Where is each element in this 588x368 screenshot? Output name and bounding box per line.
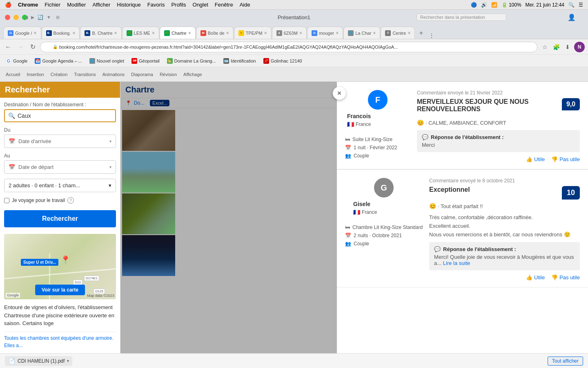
tab-favicon-chartreuse-active: 🌿 — [164, 30, 170, 36]
road-label-d174e1: D174E1 — [84, 276, 99, 281]
toolbar-transitions[interactable]: Transitions — [71, 71, 98, 78]
bookmark-identification[interactable]: 🪪 Identification — [221, 57, 258, 65]
response-text-francois: Merci — [422, 142, 575, 148]
tab-favicon-lesme: 🌿 — [127, 30, 132, 36]
tab-centre[interactable]: © Centre × — [381, 27, 415, 39]
tab-close-lesme[interactable]: × — [152, 30, 155, 36]
favoris-menu[interactable]: Favoris — [147, 2, 165, 8]
toolbar-revision[interactable]: Révision — [157, 71, 179, 78]
hotel-photo-1[interactable] — [122, 110, 175, 151]
review-score-francois: 9,0 — [562, 98, 580, 110]
tab-close-booking1[interactable]: × — [72, 30, 75, 36]
fenetre-menu[interactable]: Fenêtre — [215, 2, 233, 8]
tab-close-gmail[interactable]: × — [226, 30, 229, 36]
bookmark-golinhac[interactable]: 📌 Golinhac 12140 — [261, 57, 305, 65]
tab-lesme[interactable]: 🌿 LES ME × — [122, 27, 159, 39]
guests-selector[interactable]: 2 adultes · 0 enfant · 1 cham... ▾ — [4, 179, 116, 192]
toolbar-creation[interactable]: Création — [48, 71, 70, 78]
calendar-icon: 📅 — [9, 138, 15, 144]
reload-button[interactable]: ↻ — [28, 42, 38, 52]
back-button[interactable]: ← — [3, 42, 13, 52]
departure-date-picker[interactable]: 📅 Date de départ ▾ — [4, 160, 116, 174]
tab-close-chartreuse1[interactable]: × — [114, 30, 117, 36]
search-button[interactable]: Rechercher — [4, 210, 116, 227]
titlebar-search-input[interactable]: Rechercher dans la présentation — [420, 15, 485, 20]
modifier-menu[interactable]: Modifier — [67, 2, 86, 8]
minimize-window-button[interactable] — [13, 15, 19, 20]
security-lock-icon: 🔒 — [53, 45, 58, 49]
destination-input[interactable] — [18, 112, 112, 119]
download-filename: CDI HAMELIN (1).pdf — [18, 358, 65, 364]
reviewer-details-francois: 🛏 Suite Lit King-Size 📅 1 nuit · Février… — [345, 134, 410, 159]
tab-close-6z63[interactable]: × — [299, 30, 302, 36]
tab-overflow-button[interactable]: ⋮ — [429, 32, 434, 39]
bookmark-geoportail[interactable]: 🗺 Géoportail — [129, 57, 162, 65]
download-item[interactable]: 📄 CDI HAMELIN (1).pdf ▾ — [5, 356, 72, 366]
search-input-container: 🔍 — [4, 109, 116, 122]
tab-favicon-lachar: 🌐 — [348, 30, 354, 36]
tab-chartreuse-active[interactable]: 🌿 Chartre × — [160, 27, 196, 39]
bookmark-agenda[interactable]: 📅 Google Agenda – ... — [32, 57, 84, 65]
arrival-date-picker[interactable]: 📅 Date d'arrivée ▾ — [4, 135, 116, 148]
bookmark-domaine[interactable]: 🏡 Domaine La Grang... — [165, 57, 218, 65]
toolbar-accueil[interactable]: Accueil — [3, 71, 22, 78]
historique-menu[interactable]: Historique — [117, 2, 141, 8]
close-popup-button[interactable]: × — [333, 87, 346, 100]
content-area: Rechercher Destination / Nom de l'établi… — [0, 82, 588, 368]
reviewer-dates-gisele: 📅 2 nuits · Octobre 2021 — [345, 233, 423, 238]
tab-close-chartreuse-active[interactable]: × — [188, 30, 191, 36]
work-travel-help-button[interactable]: ? — [67, 197, 74, 204]
bookmark-google[interactable]: G Google — [3, 57, 30, 65]
tab-gmail[interactable]: M Boîte de × — [196, 27, 234, 39]
tab-close-lachar[interactable]: × — [373, 30, 376, 36]
tab-google[interactable]: G Google / × — [3, 27, 41, 39]
bookmark-star-icon[interactable]: ☆ — [540, 42, 550, 52]
review-main-gisele: Commentaire envoyé le 8 octobre 2021 Exc… — [429, 178, 580, 280]
helpful-yes-button-francois[interactable]: 👍 Utile — [526, 156, 545, 162]
toolbar-affichage[interactable]: Affichage — [181, 71, 205, 78]
hotel-photo-2[interactable] — [122, 152, 175, 193]
tab-close-google[interactable]: × — [34, 30, 37, 36]
tab-mougeres[interactable]: G mouger × — [307, 27, 343, 39]
helpful-no-button-gisele[interactable]: 👎 Pas utile — [551, 274, 580, 280]
see-on-map-button[interactable]: Voir sur la carte — [35, 285, 85, 295]
tab-tpe[interactable]: ! TPE/PM × — [234, 27, 272, 39]
tab-close-mougeres[interactable]: × — [336, 30, 339, 36]
close-window-button[interactable] — [5, 15, 10, 20]
bookmark-new-tab[interactable]: 🌐 Nouvel onglet — [87, 57, 127, 65]
tab-booking1[interactable]: B. Booking. × — [42, 27, 80, 39]
profils-menu[interactable]: Profils — [171, 2, 186, 8]
forward-button[interactable]: → — [16, 42, 25, 52]
address-input[interactable]: 🔒 booking.com/hotel/fr/chartreuse-de-mou… — [40, 42, 537, 52]
guests-chevron-icon: ▾ — [109, 182, 111, 188]
tab-close-tpe[interactable]: × — [264, 30, 267, 36]
helpful-no-button-francois[interactable]: 👎 Pas utile — [551, 156, 580, 162]
onglet-menu[interactable]: Onglet — [193, 2, 208, 8]
tab-6z63[interactable]: ● 6Z63M × — [272, 27, 307, 39]
fichier-menu[interactable]: Fichier — [45, 2, 60, 8]
hotel-photo-4[interactable] — [122, 235, 175, 276]
profile-button[interactable]: N — [574, 42, 585, 52]
show-all-button[interactable]: Tout afficher — [548, 357, 583, 366]
work-travel-checkbox[interactable] — [4, 198, 9, 203]
download-icon[interactable]: ⬇ — [563, 42, 572, 52]
read-more-link-gisele[interactable]: Lire la suite — [443, 260, 470, 266]
toolbar-diaporama[interactable]: Diaporama — [129, 71, 156, 78]
tab-chartreuse1[interactable]: B. B. Chartre × — [80, 27, 121, 39]
afficher-menu[interactable]: Afficher — [92, 2, 110, 8]
helpful-yes-button-gisele[interactable]: 👍 Utile — [526, 274, 545, 280]
tab-close-centre[interactable]: × — [408, 30, 410, 36]
departure-chevron-icon: ▾ — [109, 165, 111, 169]
calendar-icon-francois: 📅 — [345, 145, 351, 150]
tab-lachar[interactable]: 🌐 La Char × — [343, 27, 380, 39]
download-chevron-icon[interactable]: ▾ — [67, 359, 69, 363]
toolbar-insertion[interactable]: Insertion — [24, 71, 46, 78]
traffic-lights[interactable] — [5, 15, 27, 20]
toolbar-animations[interactable]: Animations — [100, 71, 127, 78]
extension-puzzle-icon[interactable]: 🧩 — [551, 42, 561, 52]
chrome-menu[interactable]: Chrome — [18, 2, 38, 8]
new-tab-button[interactable]: + — [415, 27, 427, 39]
hotel-photo-3[interactable] — [122, 193, 175, 234]
apple-menu-icon[interactable]: 🍎 — [5, 2, 11, 8]
aide-menu[interactable]: Aide — [240, 2, 250, 8]
